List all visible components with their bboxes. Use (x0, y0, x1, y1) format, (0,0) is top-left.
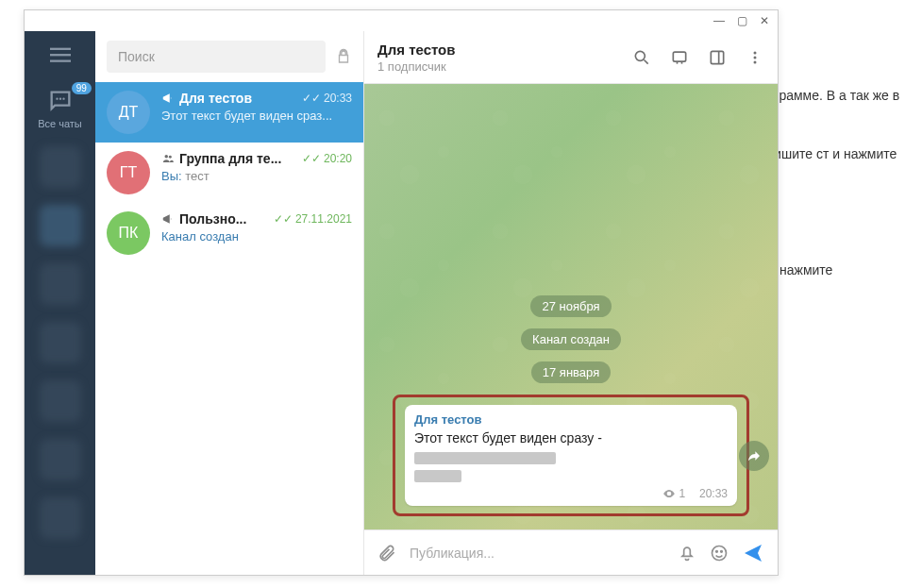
svg-point-7 (169, 156, 172, 159)
folder-item[interactable] (40, 497, 81, 539)
folder-item[interactable] (40, 205, 81, 246)
share-arrow-icon (746, 448, 762, 463)
svg-point-3 (56, 98, 58, 100)
group-icon (161, 152, 175, 165)
attach-icon[interactable] (377, 544, 396, 563)
search-icon[interactable] (632, 48, 651, 67)
date-separator: 17 января (531, 361, 611, 383)
discussion-icon[interactable] (670, 48, 689, 67)
message-bubble[interactable]: Для тестов Этот текст будет виден сразу … (405, 405, 737, 506)
avatar: ГТ (107, 151, 150, 194)
megaphone-icon (161, 212, 175, 226)
chat-preview: Канал создан (161, 229, 352, 244)
svg-rect-2 (50, 60, 71, 62)
folder-item[interactable] (40, 322, 81, 363)
chat-name: Пользно... (161, 211, 246, 227)
svg-line-9 (645, 59, 648, 63)
chat-title: Для тестов (377, 42, 632, 58)
menu-icon[interactable] (50, 44, 71, 65)
telegram-window: — ▢ ✕ 99 Все чаты ДТ (24, 9, 779, 576)
avatar: ДТ (107, 91, 150, 134)
highlighted-message-frame: Для тестов Этот текст будет виден сразу … (393, 395, 749, 516)
message-sender: Для тестов (414, 412, 728, 427)
send-icon[interactable] (742, 542, 764, 564)
svg-rect-13 (711, 51, 723, 63)
chat-preview: Этот текст будет виден сраз... (161, 109, 352, 123)
chat-name: Для тестов (161, 91, 252, 106)
chat-header-info[interactable]: Для тестов 1 подписчик (377, 42, 632, 74)
svg-point-5 (62, 98, 64, 100)
chat-item[interactable]: ПК Пользно... ✓✓27.11.2021 Канал создан (95, 203, 363, 263)
minimize-button[interactable]: — (712, 14, 727, 27)
svg-point-18 (712, 546, 727, 560)
svg-point-20 (721, 550, 723, 552)
folder-sidebar: 99 Все чаты (25, 31, 95, 575)
views-icon (662, 487, 676, 500)
chat-time: ✓✓20:20 (302, 152, 352, 165)
chat-item[interactable]: ГТ Группа для те... ✓✓20:20 Вы: тест (95, 143, 363, 203)
chat-time: ✓✓27.11.2021 (274, 212, 352, 226)
message-input[interactable] (410, 546, 664, 561)
svg-point-6 (165, 155, 169, 159)
chat-name: Группа для те... (161, 151, 281, 166)
megaphone-icon (161, 92, 175, 105)
all-chats-label: Все чаты (38, 118, 82, 129)
chat-time: ✓✓20:33 (302, 92, 352, 105)
notification-icon[interactable] (678, 544, 696, 563)
lock-icon[interactable] (335, 48, 352, 65)
folder-item[interactable] (40, 439, 81, 480)
chat-bubble-icon (47, 88, 74, 114)
svg-point-15 (754, 51, 757, 54)
chat-subtitle: 1 подписчик (377, 59, 632, 74)
chat-item-active[interactable]: ДТ Для тестов ✓✓20:33 Этот текст будет в… (95, 82, 363, 143)
message-text: Этот текст будет виден сразу - (414, 429, 728, 485)
svg-point-16 (754, 56, 757, 59)
svg-point-8 (635, 51, 645, 60)
svg-point-19 (716, 550, 718, 552)
sidebar-toggle-icon[interactable] (708, 48, 727, 67)
folder-item[interactable] (40, 146, 81, 188)
all-chats-folder[interactable]: 99 Все чаты (38, 88, 82, 129)
conversation-area: Для тестов 1 подписчик 27 ноября Канал с… (364, 31, 778, 575)
date-separator: 27 ноября (530, 295, 611, 317)
message-meta: 1 20:33 (414, 487, 728, 500)
svg-rect-10 (673, 52, 685, 61)
svg-rect-0 (50, 48, 71, 50)
svg-point-4 (59, 98, 60, 100)
message-composer (364, 529, 778, 575)
svg-rect-1 (50, 54, 71, 56)
more-icon[interactable] (746, 48, 764, 67)
folder-item[interactable] (40, 263, 81, 305)
svg-point-17 (754, 60, 757, 63)
window-controls: — ▢ ✕ (25, 10, 778, 31)
forward-button[interactable] (739, 441, 769, 471)
maximize-button[interactable]: ▢ (734, 14, 749, 27)
chat-preview: Вы: тест (161, 169, 352, 183)
service-message: Канал создан (521, 328, 621, 350)
avatar: ПК (107, 211, 150, 255)
chat-header: Для тестов 1 подписчик (364, 31, 778, 84)
chat-list: ДТ Для тестов ✓✓20:33 Этот текст будет в… (95, 31, 364, 575)
folder-item[interactable] (40, 380, 81, 422)
unread-badge: 99 (72, 82, 92, 94)
messages-area[interactable]: 27 ноября Канал создан 17 января Для тес… (364, 84, 778, 529)
close-button[interactable]: ✕ (757, 14, 772, 27)
emoji-icon[interactable] (710, 544, 729, 563)
search-input[interactable] (107, 41, 326, 73)
